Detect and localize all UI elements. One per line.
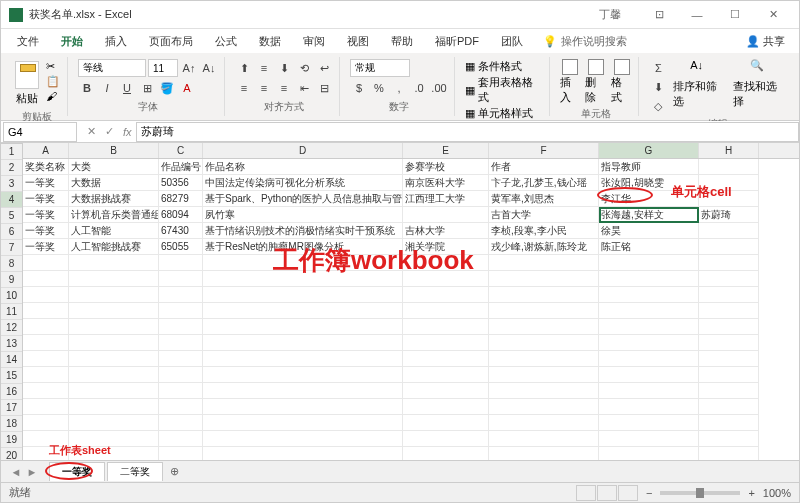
cell[interactable] xyxy=(203,431,403,447)
align-bottom-button[interactable]: ⬇ xyxy=(275,59,293,77)
fill-button[interactable]: ⬇ xyxy=(649,78,667,96)
decrease-decimal-button[interactable]: .00 xyxy=(430,79,448,97)
cell[interactable] xyxy=(699,223,759,239)
sheet-tab-2[interactable]: 二等奖 xyxy=(107,462,163,481)
confirm-edit-button[interactable]: ✓ xyxy=(101,124,117,140)
cell[interactable] xyxy=(69,383,159,399)
cell[interactable]: 计算机音乐类普通组 xyxy=(69,207,159,223)
cell[interactable] xyxy=(403,415,489,431)
align-center-button[interactable]: ≡ xyxy=(255,79,273,97)
cell[interactable] xyxy=(203,319,403,335)
cell[interactable]: 大类 xyxy=(69,159,159,175)
cell[interactable] xyxy=(159,447,203,460)
cells-container[interactable]: 奖类名称大类作品编号作品名称参赛学校作者指导教师一等奖大数据50356中国法定传… xyxy=(23,159,799,460)
cell[interactable] xyxy=(403,447,489,460)
font-color-button[interactable]: A xyxy=(178,79,196,97)
zoom-in-button[interactable]: + xyxy=(748,487,754,499)
cell[interactable] xyxy=(159,335,203,351)
cell[interactable]: 50356 xyxy=(159,175,203,191)
currency-button[interactable]: $ xyxy=(350,79,368,97)
cell[interactable] xyxy=(699,287,759,303)
row-header-2[interactable]: 2 xyxy=(1,160,22,176)
tab-formula[interactable]: 公式 xyxy=(205,31,247,52)
cell[interactable] xyxy=(699,175,759,191)
cell[interactable] xyxy=(69,303,159,319)
row-header-5[interactable]: 5 xyxy=(1,208,22,224)
cell[interactable] xyxy=(489,287,599,303)
cell[interactable]: 68094 xyxy=(159,207,203,223)
row-header-1[interactable]: 1 xyxy=(1,144,22,160)
cell[interactable] xyxy=(699,431,759,447)
cell[interactable] xyxy=(599,271,699,287)
add-sheet-button[interactable]: ⊕ xyxy=(165,463,183,481)
cell[interactable] xyxy=(699,367,759,383)
find-select-button[interactable]: 🔍查找和选择 xyxy=(733,59,787,109)
row-header-6[interactable]: 6 xyxy=(1,224,22,240)
align-left-button[interactable]: ≡ xyxy=(235,79,253,97)
sheet-nav-prev[interactable]: ◄ xyxy=(9,465,23,479)
column-header-E[interactable]: E xyxy=(403,143,489,158)
cell[interactable] xyxy=(599,367,699,383)
tab-help[interactable]: 帮助 xyxy=(381,31,423,52)
cancel-edit-button[interactable]: ✕ xyxy=(83,124,99,140)
cell[interactable] xyxy=(403,431,489,447)
cell[interactable] xyxy=(403,255,489,271)
copy-button[interactable]: 📋 xyxy=(45,74,61,88)
cell[interactable]: 大数据 xyxy=(69,175,159,191)
cell[interactable] xyxy=(599,335,699,351)
column-header-H[interactable]: H xyxy=(699,143,759,158)
name-box[interactable]: G4 xyxy=(3,122,77,142)
cell[interactable]: 一等奖 xyxy=(23,223,69,239)
view-normal-button[interactable] xyxy=(576,485,596,501)
cell[interactable] xyxy=(69,415,159,431)
row-header-13[interactable]: 13 xyxy=(1,336,22,352)
cell[interactable] xyxy=(69,319,159,335)
cell[interactable] xyxy=(69,287,159,303)
cell[interactable] xyxy=(69,399,159,415)
cell[interactable]: 张海越,安样文 xyxy=(599,207,699,223)
insert-cells-button[interactable]: 插入 xyxy=(560,59,582,105)
cell[interactable] xyxy=(203,415,403,431)
cell[interactable] xyxy=(23,287,69,303)
cell[interactable] xyxy=(699,271,759,287)
format-painter-button[interactable]: 🖌 xyxy=(45,89,61,103)
tab-review[interactable]: 审阅 xyxy=(293,31,335,52)
paste-button[interactable]: 粘贴 xyxy=(13,59,41,108)
cell[interactable]: 徐昊 xyxy=(599,223,699,239)
cell[interactable]: 基于情绪识别技术的消极情绪实时干预系统 xyxy=(203,223,403,239)
cell[interactable] xyxy=(599,399,699,415)
clear-button[interactable]: ◇ xyxy=(649,97,667,115)
cell[interactable]: 人工智能挑战赛 xyxy=(69,239,159,255)
cell[interactable]: 陈正铭 xyxy=(599,239,699,255)
cell[interactable]: 吉林大学 xyxy=(403,223,489,239)
cell[interactable] xyxy=(489,431,599,447)
delete-cells-button[interactable]: 删除 xyxy=(585,59,607,105)
cell[interactable] xyxy=(23,367,69,383)
cell[interactable] xyxy=(203,447,403,460)
cell[interactable] xyxy=(23,415,69,431)
cell[interactable] xyxy=(403,367,489,383)
cell[interactable]: 黄军率,刘思杰 xyxy=(489,191,599,207)
cell[interactable] xyxy=(403,303,489,319)
cell[interactable] xyxy=(69,447,159,460)
cell[interactable] xyxy=(699,399,759,415)
autosum-button[interactable]: Σ xyxy=(649,59,667,77)
increase-decimal-button[interactable]: .0 xyxy=(410,79,428,97)
tab-insert[interactable]: 插入 xyxy=(95,31,137,52)
cell[interactable] xyxy=(699,255,759,271)
cell[interactable] xyxy=(699,383,759,399)
cell[interactable] xyxy=(159,303,203,319)
cell[interactable] xyxy=(23,351,69,367)
cell[interactable]: 作品名称 xyxy=(203,159,403,175)
cell[interactable] xyxy=(23,399,69,415)
cell[interactable] xyxy=(69,367,159,383)
cell[interactable] xyxy=(599,383,699,399)
column-header-A[interactable]: A xyxy=(23,143,69,158)
cell[interactable] xyxy=(203,287,403,303)
row-header-8[interactable]: 8 xyxy=(1,256,22,272)
cell[interactable] xyxy=(403,335,489,351)
column-header-C[interactable]: C xyxy=(159,143,203,158)
row-header-17[interactable]: 17 xyxy=(1,400,22,416)
cell[interactable] xyxy=(403,319,489,335)
cell[interactable]: 一等奖 xyxy=(23,175,69,191)
